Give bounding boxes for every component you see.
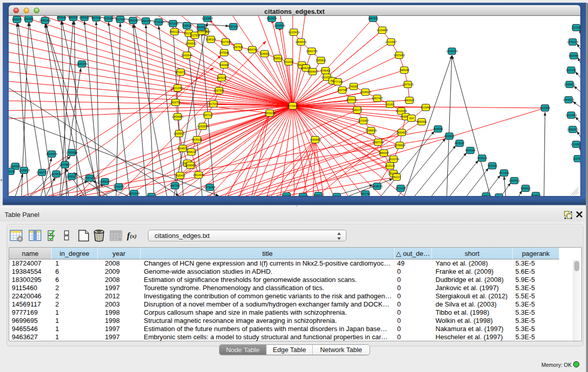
svg-text:7515526: 7515526 (182, 24, 192, 27)
svg-text:10688609: 10688609 (365, 129, 377, 132)
svg-text:7625402: 7625402 (175, 174, 185, 177)
svg-text:13300228: 13300228 (264, 112, 275, 115)
svg-text:2687652: 2687652 (368, 17, 378, 20)
svg-text:20053346: 20053346 (76, 62, 88, 65)
svg-text:17359924: 17359924 (66, 151, 77, 154)
svg-text:8471626: 8471626 (499, 171, 509, 174)
svg-text:20206556: 20206556 (46, 152, 57, 156)
svg-text:6466160: 6466160 (128, 19, 138, 22)
svg-text:93975857: 93975857 (59, 163, 71, 166)
svg-text:6479197: 6479197 (454, 142, 465, 145)
svg-text:2803144: 2803144 (216, 76, 227, 79)
svg-text:9457791: 9457791 (170, 184, 180, 187)
svg-text:62160: 62160 (386, 103, 394, 106)
svg-text:9474612: 9474612 (531, 194, 541, 196)
svg-text:9466160: 9466160 (141, 19, 151, 23)
svg-text:(x): (x) (130, 233, 137, 239)
svg-text:11325419: 11325419 (288, 31, 299, 34)
svg-text:18907299: 18907299 (373, 141, 384, 144)
svg-text:12213967: 12213967 (385, 40, 397, 43)
svg-text:10653267: 10653267 (79, 16, 90, 19)
svg-text:3915141: 3915141 (9, 170, 15, 173)
svg-text:7986372: 7986372 (352, 108, 362, 112)
svg-text:7663822: 7663822 (196, 26, 206, 29)
svg-text:5678334: 5678334 (192, 138, 202, 141)
svg-text:19904437: 19904437 (307, 70, 318, 73)
svg-text:12342757: 12342757 (36, 171, 48, 174)
svg-text:9777169: 9777169 (333, 80, 343, 83)
svg-text:20364436: 20364436 (346, 98, 357, 101)
svg-text:1117254: 1117254 (572, 26, 580, 29)
svg-text:14120746: 14120746 (388, 158, 399, 161)
svg-text:19384554: 19384554 (310, 138, 321, 141)
svg-text:8427552: 8427552 (214, 89, 224, 92)
svg-text:15046766: 15046766 (177, 147, 188, 150)
svg-text:9329966: 9329966 (569, 54, 579, 57)
svg-text:3475685: 3475685 (219, 51, 229, 54)
svg-text:16154808: 16154808 (377, 29, 388, 32)
svg-text:1527602: 1527602 (115, 18, 125, 21)
svg-text:8938923: 8938923 (444, 135, 454, 138)
svg-text:12093872: 12093872 (564, 83, 575, 86)
svg-text:1154519: 1154519 (51, 172, 61, 176)
svg-text:10807487: 10807487 (372, 97, 383, 100)
svg-text:1154519: 1154519 (332, 195, 341, 196)
svg-text:19654985: 19654985 (172, 115, 183, 118)
svg-text:8813054: 8813054 (267, 17, 277, 20)
svg-text:12156829: 12156829 (18, 169, 30, 172)
svg-text:14914479: 14914479 (193, 173, 204, 177)
svg-text:904: 904 (409, 117, 414, 120)
svg-text:10973493: 10973493 (394, 54, 405, 57)
svg-text:917004: 917004 (209, 102, 218, 105)
svg-text:8135267: 8135267 (103, 17, 114, 20)
svg-text:1292344: 1292344 (146, 195, 157, 196)
svg-text:9663527: 9663527 (68, 16, 78, 19)
svg-text:9474444: 9474444 (465, 149, 475, 152)
svg-text:10654112: 10654112 (509, 179, 520, 182)
svg-text:14483081: 14483081 (10, 165, 21, 168)
svg-text:1405572: 1405572 (12, 18, 22, 21)
svg-text:15751074: 15751074 (567, 40, 578, 43)
svg-text:9245612: 9245612 (313, 194, 323, 196)
svg-text:2935114: 2935114 (477, 157, 487, 160)
svg-text:7955822: 7955822 (316, 59, 326, 62)
svg-text:10719185: 10719185 (153, 20, 164, 24)
svg-text:6322037: 6322037 (284, 60, 294, 63)
svg-text:10543362: 10543362 (185, 42, 197, 45)
svg-text:8186328: 8186328 (206, 38, 216, 41)
svg-text:12505135: 12505135 (66, 175, 77, 178)
svg-text:12023446: 12023446 (128, 192, 140, 195)
svg-text:4498222: 4498222 (186, 150, 197, 154)
svg-text:746266: 746266 (350, 85, 358, 88)
svg-text:13640910: 13640910 (295, 40, 307, 43)
svg-text:15692971: 15692971 (567, 128, 578, 131)
svg-text:2718176: 2718176 (176, 71, 186, 74)
svg-text:1810755: 1810755 (170, 101, 181, 104)
svg-text:15720407: 15720407 (358, 119, 369, 122)
svg-text:9327508: 9327508 (221, 40, 231, 43)
svg-text:6497568: 6497568 (337, 89, 347, 92)
svg-text:18724007: 18724007 (287, 104, 298, 107)
svg-text:1527602: 1527602 (91, 16, 101, 19)
svg-text:13716485: 13716485 (204, 186, 215, 189)
svg-text:252214: 252214 (393, 176, 401, 179)
svg-text:9146821: 9146821 (259, 52, 270, 55)
svg-text:11353594: 11353594 (197, 125, 208, 128)
svg-text:9245612: 9245612 (520, 187, 531, 190)
svg-text:10958187: 10958187 (99, 180, 111, 183)
svg-text:16782759: 16782759 (113, 185, 124, 188)
svg-text:16961758: 16961758 (306, 50, 317, 53)
svg-text:2093557: 2093557 (24, 17, 34, 20)
svg-text:1588520: 1588520 (273, 57, 283, 60)
svg-text:19218506: 19218506 (274, 24, 285, 27)
svg-text:17957225: 17957225 (84, 177, 95, 180)
svg-text:12444115: 12444115 (563, 98, 574, 101)
svg-text:16033809: 16033809 (202, 17, 213, 20)
svg-text:9749402: 9749402 (320, 69, 331, 72)
svg-text:1733426: 1733426 (396, 187, 406, 190)
svg-text:19166825: 19166825 (173, 132, 185, 135)
svg-text:1644095: 1644095 (433, 127, 443, 130)
svg-text:9474791: 9474791 (281, 194, 292, 196)
svg-text:7357224: 7357224 (228, 25, 238, 28)
svg-text:16210643: 16210643 (565, 114, 577, 117)
